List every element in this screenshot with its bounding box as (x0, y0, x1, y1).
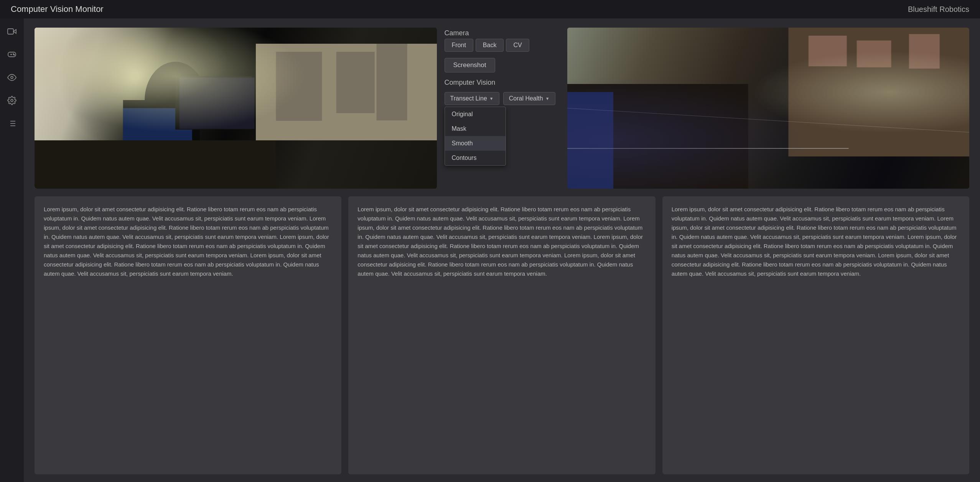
controls-panel: Camera Front Back CV Screenshot Computer… (445, 28, 560, 105)
cv-dropdown-row: Transect Line ▼ Original Mask Smooth Con… (445, 92, 560, 105)
main-layout: Camera Front Back CV Screenshot Computer… (0, 18, 980, 482)
camera-btn-group: Front Back CV (445, 39, 560, 52)
transect-arrow-icon: ▼ (489, 96, 494, 101)
sidebar-item-settings[interactable] (5, 94, 19, 107)
svg-marker-0 (13, 30, 16, 33)
transect-dropdown-wrapper: Transect Line ▼ Original Mask Smooth Con… (445, 92, 499, 105)
cv-button[interactable]: CV (506, 39, 529, 52)
text-panel-3: Lorem ipsum, dolor sit amet consectetur … (662, 196, 969, 474)
svg-point-8 (11, 99, 13, 102)
dropdown-item-mask[interactable]: Mask (445, 122, 506, 136)
camera-feed-left (35, 28, 437, 189)
sidebar-item-list[interactable] (5, 117, 19, 130)
camera-label: Camera (445, 29, 560, 37)
transect-dropdown-button[interactable]: Transect Line ▼ (445, 92, 499, 105)
topbar: Computer Vision Monitor Blueshift Roboti… (0, 0, 980, 18)
brand-name: Blueshift Robotics (908, 5, 969, 14)
text-panel-1: Lorem ipsum, dolor sit amet consectetur … (35, 196, 341, 474)
transect-label: Transect Line (450, 95, 487, 102)
sidebar-item-gamepad[interactable] (5, 48, 19, 61)
sidebar-item-video[interactable] (5, 25, 19, 38)
svg-point-7 (11, 76, 13, 79)
text-panel-2: Lorem ipsum, dolor sit amet consectetur … (348, 196, 655, 474)
coral-label: Coral Health (509, 95, 543, 102)
coral-arrow-icon: ▼ (545, 96, 550, 101)
sidebar (0, 18, 24, 482)
screenshot-button[interactable]: Screenshot (445, 58, 495, 72)
feed-canvas-left (35, 28, 437, 189)
svg-rect-1 (8, 29, 13, 34)
coral-health-dropdown-button[interactable]: Coral Health ▼ (503, 92, 555, 105)
transect-dropdown-menu: Original Mask Smooth Contours (445, 107, 506, 166)
cv-label: Computer Vision (445, 79, 560, 87)
cv-section: Computer Vision Transect Line ▼ Original (445, 79, 560, 105)
svg-point-6 (14, 54, 15, 55)
dropdown-item-smooth[interactable]: Smooth (445, 136, 506, 151)
screenshot-section: Screenshot (445, 58, 560, 72)
sidebar-item-vision[interactable] (5, 71, 19, 84)
front-button[interactable]: Front (445, 39, 473, 52)
top-section: Camera Front Back CV Screenshot Computer… (35, 28, 969, 189)
camera-section: Camera Front Back CV (445, 29, 560, 52)
back-button[interactable]: Back (476, 39, 504, 52)
content-area: Camera Front Back CV Screenshot Computer… (24, 18, 980, 482)
dropdown-item-contours[interactable]: Contours (445, 151, 506, 165)
app-title: Computer Vision Monitor (11, 4, 104, 14)
feed-canvas-right (567, 28, 970, 189)
text-panels: Lorem ipsum, dolor sit amet consectetur … (35, 196, 969, 474)
dropdown-item-original[interactable]: Original (445, 107, 506, 122)
camera-feed-right (567, 28, 970, 189)
